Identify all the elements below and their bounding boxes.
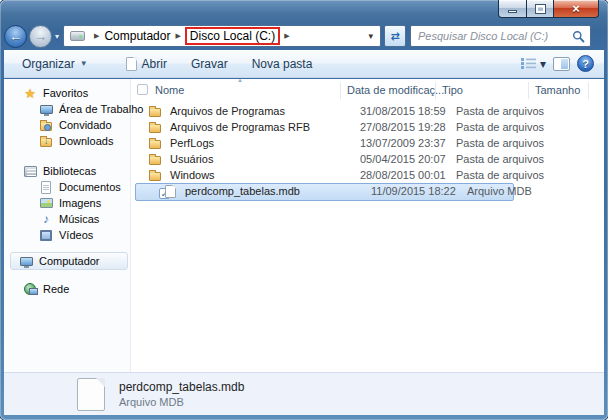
drive-icon <box>70 31 85 41</box>
column-header-nome[interactable]: Nome <box>155 84 184 96</box>
sidebar-label: Imagens <box>59 197 101 209</box>
file-date: 05/04/2015 20:07 <box>360 153 456 165</box>
file-type: Arquivo MDB <box>467 185 560 197</box>
column-header-tipo[interactable]: Tipo <box>442 84 463 96</box>
network-icon <box>23 282 37 296</box>
file-row-arquivos-de-programas[interactable]: Arquivos de Programas 31/08/2015 18:59 P… <box>131 103 604 119</box>
file-type: Pasta de arquivos <box>456 137 549 149</box>
sidebar-item-imagens[interactable]: Imagens <box>4 195 130 211</box>
back-button[interactable]: ← <box>4 25 27 48</box>
computer-icon <box>19 254 33 268</box>
refresh-button[interactable]: ⇄ <box>384 25 406 47</box>
breadcrumb-computador[interactable]: Computador <box>104 29 170 43</box>
file-row-perflogs[interactable]: PerfLogs 13/07/2009 23:37 Pasta de arqui… <box>131 135 604 151</box>
document-icon <box>39 180 53 194</box>
views-button[interactable]: ▾ <box>520 57 546 71</box>
breadcrumb-arrow-icon[interactable]: ▶ <box>94 32 99 40</box>
sidebar-item-area-de-trabalho[interactable]: Área de Trabalho <box>4 101 130 117</box>
file-row-arquivos-de-programas-rfb[interactable]: Arquivos de Programas RFB 27/08/2015 19:… <box>131 119 604 135</box>
picture-icon <box>39 196 53 210</box>
gravar-button[interactable]: Gravar <box>183 53 236 75</box>
file-name: PerfLogs <box>162 137 360 149</box>
search-box[interactable] <box>410 25 591 47</box>
folder-icon <box>148 106 162 117</box>
close-button[interactable]: × <box>554 0 599 18</box>
gravar-label: Gravar <box>191 57 228 71</box>
column-header-data[interactable]: Data de modificaç... <box>347 84 444 96</box>
file-list: Nome ▲ Data de modificaç... Tipo Tamanho… <box>131 79 604 372</box>
file-row-windows[interactable]: Windows 28/08/2015 00:01 Pasta de arquiv… <box>131 167 604 183</box>
nova-pasta-button[interactable]: Nova pasta <box>244 53 321 75</box>
search-input[interactable] <box>416 29 572 43</box>
toolbar-right-group: ▾ ? <box>520 55 604 72</box>
file-row-usuarios[interactable]: Usuários 05/04/2015 20:07 Pasta de arqui… <box>131 151 604 167</box>
star-icon: ★ <box>23 86 37 100</box>
sidebar-label: Rede <box>43 283 69 295</box>
sidebar-item-favoritos[interactable]: ★ Favoritos <box>4 85 130 101</box>
breadcrumb-arrow-icon[interactable]: ▶ <box>284 32 289 40</box>
file-date: 31/08/2015 18:59 <box>360 105 456 117</box>
titlebar[interactable]: × <box>0 0 608 22</box>
file-name: perdcomp_tabelas.mdb <box>177 185 371 197</box>
sidebar-item-documentos[interactable]: Documentos <box>4 179 130 195</box>
document-icon <box>126 57 137 71</box>
abrir-button[interactable]: Abrir <box>118 53 175 75</box>
file-name: Arquivos de Programas <box>162 105 360 117</box>
search-icon[interactable] <box>572 30 585 43</box>
sidebar-label: Bibliotecas <box>43 165 96 177</box>
folder-icon <box>148 170 162 181</box>
sidebar-item-rede[interactable]: Rede <box>4 281 130 297</box>
main-content: ★ Favoritos Área de Trabalho Convidado D… <box>4 79 604 372</box>
folder-icon <box>148 122 162 133</box>
folder-icon <box>148 138 162 149</box>
file-date: 28/08/2015 00:01 <box>360 169 456 181</box>
help-button[interactable]: ? <box>577 55 594 72</box>
select-all-checkbox[interactable] <box>137 84 148 95</box>
sidebar-label: Favoritos <box>43 87 88 99</box>
minimize-button[interactable] <box>498 0 527 18</box>
sidebar-label: Documentos <box>59 181 121 193</box>
folder-icon <box>148 154 162 165</box>
sidebar-item-videos[interactable]: Vídeos <box>4 227 130 243</box>
preview-pane-icon[interactable] <box>553 57 570 71</box>
column-header-tamanho[interactable]: Tamanho <box>535 84 580 96</box>
file-type: Pasta de arquivos <box>456 169 549 181</box>
file-row-perdcomp-tabelas-mdb[interactable]: ✓ perdcomp_tabelas.mdb 11/09/2015 18:22 … <box>131 183 604 199</box>
forward-button[interactable]: → <box>29 25 52 48</box>
sidebar-item-convidado[interactable]: Convidado <box>4 117 130 133</box>
file-name: Arquivos de Programas RFB <box>162 121 360 133</box>
navigation-bar: ← → ▾ ▶ Computador ▶ Disco Local (C:) ▶ … <box>4 22 604 50</box>
file-date: 11/09/2015 18:22 <box>371 185 467 197</box>
file-type: Pasta de arquivos <box>456 153 549 165</box>
command-toolbar: Organizar ▼ Abrir Gravar Nova pasta ▾ ? <box>4 50 604 78</box>
close-icon: × <box>572 2 580 15</box>
organizar-label: Organizar <box>22 57 75 71</box>
file-icon <box>163 185 177 198</box>
breadcrumb-arrow-icon[interactable]: ▶ <box>175 32 180 40</box>
music-icon: ♪ <box>39 212 53 226</box>
address-bar[interactable]: ▶ Computador ▶ Disco Local (C:) ▶ ▾ <box>63 25 381 47</box>
sidebar-item-downloads[interactable]: Downloads <box>4 133 130 149</box>
minimize-icon <box>508 10 517 13</box>
explorer-window: × ← → ▾ ▶ Computador ▶ Disco Local (C:) … <box>0 0 608 420</box>
file-type: Pasta de arquivos <box>456 121 549 133</box>
file-name: Windows <box>162 169 360 181</box>
help-icon: ? <box>582 58 589 70</box>
address-dropdown-icon[interactable]: ▾ <box>365 31 376 41</box>
maximize-button[interactable] <box>527 0 554 18</box>
maximize-icon <box>536 5 545 13</box>
recent-pages-dropdown[interactable]: ▾ <box>55 32 59 41</box>
forward-icon: → <box>34 30 47 43</box>
sidebar-label: Vídeos <box>59 229 93 241</box>
navigation-pane: ★ Favoritos Área de Trabalho Convidado D… <box>4 79 131 372</box>
refresh-icon: ⇄ <box>390 30 399 43</box>
organizar-menu[interactable]: Organizar ▼ <box>14 53 96 75</box>
file-date: 13/07/2009 23:37 <box>360 137 456 149</box>
sidebar-item-musicas[interactable]: ♪ Músicas <box>4 211 130 227</box>
sidebar-label: Computador <box>39 255 100 267</box>
file-type: Pasta de arquivos <box>456 105 549 117</box>
sidebar-item-computador[interactable]: Computador <box>10 252 128 270</box>
breadcrumb-disco-local[interactable]: Disco Local (C:) <box>185 27 280 45</box>
sidebar-item-bibliotecas[interactable]: Bibliotecas <box>4 163 130 179</box>
sidebar-label: Convidado <box>59 119 112 131</box>
